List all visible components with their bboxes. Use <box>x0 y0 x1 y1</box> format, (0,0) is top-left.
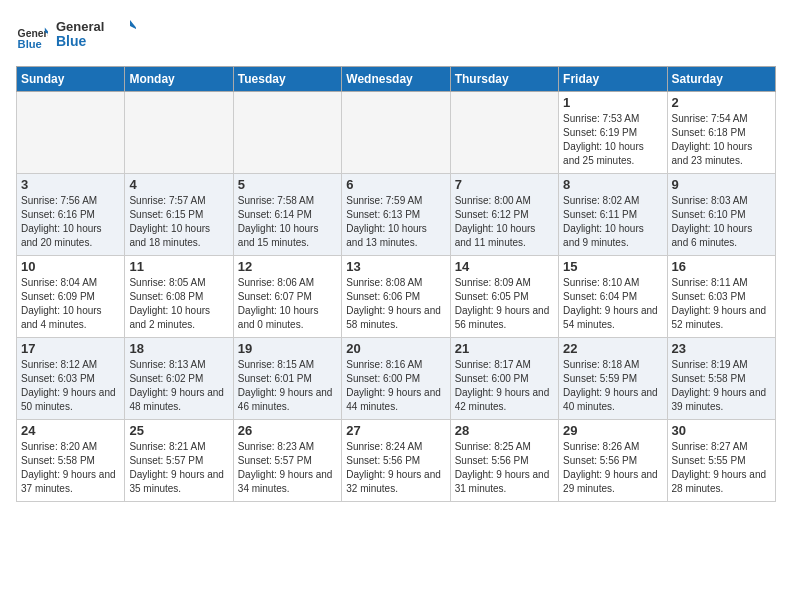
day-number: 4 <box>129 177 228 192</box>
calendar-day: 4Sunrise: 7:57 AM Sunset: 6:15 PM Daylig… <box>125 174 233 256</box>
day-number: 10 <box>21 259 120 274</box>
day-info: Sunrise: 8:27 AM Sunset: 5:55 PM Dayligh… <box>672 440 771 496</box>
svg-text:General: General <box>18 28 48 39</box>
day-number: 12 <box>238 259 337 274</box>
weekday-header-saturday: Saturday <box>667 67 775 92</box>
day-info: Sunrise: 7:57 AM Sunset: 6:15 PM Dayligh… <box>129 194 228 250</box>
svg-text:Blue: Blue <box>18 38 42 50</box>
day-number: 2 <box>672 95 771 110</box>
weekday-header-thursday: Thursday <box>450 67 558 92</box>
weekday-header-friday: Friday <box>559 67 667 92</box>
day-number: 16 <box>672 259 771 274</box>
day-info: Sunrise: 8:02 AM Sunset: 6:11 PM Dayligh… <box>563 194 662 250</box>
calendar-day: 13Sunrise: 8:08 AM Sunset: 6:06 PM Dayli… <box>342 256 450 338</box>
calendar-day: 20Sunrise: 8:16 AM Sunset: 6:00 PM Dayli… <box>342 338 450 420</box>
calendar-day: 3Sunrise: 7:56 AM Sunset: 6:16 PM Daylig… <box>17 174 125 256</box>
day-info: Sunrise: 8:21 AM Sunset: 5:57 PM Dayligh… <box>129 440 228 496</box>
day-number: 18 <box>129 341 228 356</box>
day-info: Sunrise: 8:00 AM Sunset: 6:12 PM Dayligh… <box>455 194 554 250</box>
day-info: Sunrise: 8:04 AM Sunset: 6:09 PM Dayligh… <box>21 276 120 332</box>
calendar-day: 28Sunrise: 8:25 AM Sunset: 5:56 PM Dayli… <box>450 420 558 502</box>
calendar-day: 5Sunrise: 7:58 AM Sunset: 6:14 PM Daylig… <box>233 174 341 256</box>
svg-text:Blue: Blue <box>56 33 87 49</box>
day-info: Sunrise: 7:56 AM Sunset: 6:16 PM Dayligh… <box>21 194 120 250</box>
logo: General Blue General Blue <box>16 16 136 58</box>
weekday-header-tuesday: Tuesday <box>233 67 341 92</box>
calendar-day: 19Sunrise: 8:15 AM Sunset: 6:01 PM Dayli… <box>233 338 341 420</box>
calendar-day: 24Sunrise: 8:20 AM Sunset: 5:58 PM Dayli… <box>17 420 125 502</box>
day-number: 30 <box>672 423 771 438</box>
day-info: Sunrise: 8:17 AM Sunset: 6:00 PM Dayligh… <box>455 358 554 414</box>
weekday-header-monday: Monday <box>125 67 233 92</box>
calendar-day: 14Sunrise: 8:09 AM Sunset: 6:05 PM Dayli… <box>450 256 558 338</box>
day-number: 14 <box>455 259 554 274</box>
day-info: Sunrise: 8:25 AM Sunset: 5:56 PM Dayligh… <box>455 440 554 496</box>
calendar-day <box>450 92 558 174</box>
calendar-day: 22Sunrise: 8:18 AM Sunset: 5:59 PM Dayli… <box>559 338 667 420</box>
svg-text:General: General <box>56 19 104 34</box>
calendar-day: 16Sunrise: 8:11 AM Sunset: 6:03 PM Dayli… <box>667 256 775 338</box>
day-number: 25 <box>129 423 228 438</box>
calendar-day: 25Sunrise: 8:21 AM Sunset: 5:57 PM Dayli… <box>125 420 233 502</box>
calendar-day: 21Sunrise: 8:17 AM Sunset: 6:00 PM Dayli… <box>450 338 558 420</box>
calendar-day: 1Sunrise: 7:53 AM Sunset: 6:19 PM Daylig… <box>559 92 667 174</box>
day-info: Sunrise: 8:24 AM Sunset: 5:56 PM Dayligh… <box>346 440 445 496</box>
day-number: 21 <box>455 341 554 356</box>
day-info: Sunrise: 7:58 AM Sunset: 6:14 PM Dayligh… <box>238 194 337 250</box>
calendar-day: 17Sunrise: 8:12 AM Sunset: 6:03 PM Dayli… <box>17 338 125 420</box>
day-info: Sunrise: 8:06 AM Sunset: 6:07 PM Dayligh… <box>238 276 337 332</box>
calendar-header-row: SundayMondayTuesdayWednesdayThursdayFrid… <box>17 67 776 92</box>
day-info: Sunrise: 8:15 AM Sunset: 6:01 PM Dayligh… <box>238 358 337 414</box>
calendar-day: 12Sunrise: 8:06 AM Sunset: 6:07 PM Dayli… <box>233 256 341 338</box>
calendar-week-3: 10Sunrise: 8:04 AM Sunset: 6:09 PM Dayli… <box>17 256 776 338</box>
page-header: General Blue General Blue <box>16 16 776 58</box>
day-info: Sunrise: 7:59 AM Sunset: 6:13 PM Dayligh… <box>346 194 445 250</box>
day-number: 17 <box>21 341 120 356</box>
day-info: Sunrise: 7:53 AM Sunset: 6:19 PM Dayligh… <box>563 112 662 168</box>
logo-svg: General Blue <box>56 16 136 54</box>
weekday-header-sunday: Sunday <box>17 67 125 92</box>
day-number: 6 <box>346 177 445 192</box>
day-number: 7 <box>455 177 554 192</box>
day-info: Sunrise: 8:12 AM Sunset: 6:03 PM Dayligh… <box>21 358 120 414</box>
svg-marker-5 <box>130 20 136 30</box>
day-number: 5 <box>238 177 337 192</box>
day-info: Sunrise: 8:26 AM Sunset: 5:56 PM Dayligh… <box>563 440 662 496</box>
calendar-day: 8Sunrise: 8:02 AM Sunset: 6:11 PM Daylig… <box>559 174 667 256</box>
calendar-day: 29Sunrise: 8:26 AM Sunset: 5:56 PM Dayli… <box>559 420 667 502</box>
day-number: 13 <box>346 259 445 274</box>
calendar-day: 10Sunrise: 8:04 AM Sunset: 6:09 PM Dayli… <box>17 256 125 338</box>
calendar-week-5: 24Sunrise: 8:20 AM Sunset: 5:58 PM Dayli… <box>17 420 776 502</box>
day-info: Sunrise: 8:13 AM Sunset: 6:02 PM Dayligh… <box>129 358 228 414</box>
calendar-day: 6Sunrise: 7:59 AM Sunset: 6:13 PM Daylig… <box>342 174 450 256</box>
day-info: Sunrise: 8:09 AM Sunset: 6:05 PM Dayligh… <box>455 276 554 332</box>
day-info: Sunrise: 8:19 AM Sunset: 5:58 PM Dayligh… <box>672 358 771 414</box>
day-number: 15 <box>563 259 662 274</box>
calendar-week-2: 3Sunrise: 7:56 AM Sunset: 6:16 PM Daylig… <box>17 174 776 256</box>
day-number: 19 <box>238 341 337 356</box>
calendar-day <box>342 92 450 174</box>
day-info: Sunrise: 8:20 AM Sunset: 5:58 PM Dayligh… <box>21 440 120 496</box>
day-info: Sunrise: 8:18 AM Sunset: 5:59 PM Dayligh… <box>563 358 662 414</box>
calendar-day: 9Sunrise: 8:03 AM Sunset: 6:10 PM Daylig… <box>667 174 775 256</box>
weekday-header-wednesday: Wednesday <box>342 67 450 92</box>
calendar-day: 15Sunrise: 8:10 AM Sunset: 6:04 PM Dayli… <box>559 256 667 338</box>
logo-icon: General Blue <box>16 21 48 53</box>
calendar-week-4: 17Sunrise: 8:12 AM Sunset: 6:03 PM Dayli… <box>17 338 776 420</box>
day-info: Sunrise: 8:16 AM Sunset: 6:00 PM Dayligh… <box>346 358 445 414</box>
calendar-day: 2Sunrise: 7:54 AM Sunset: 6:18 PM Daylig… <box>667 92 775 174</box>
day-info: Sunrise: 8:08 AM Sunset: 6:06 PM Dayligh… <box>346 276 445 332</box>
day-info: Sunrise: 8:03 AM Sunset: 6:10 PM Dayligh… <box>672 194 771 250</box>
calendar-week-1: 1Sunrise: 7:53 AM Sunset: 6:19 PM Daylig… <box>17 92 776 174</box>
day-info: Sunrise: 7:54 AM Sunset: 6:18 PM Dayligh… <box>672 112 771 168</box>
day-number: 26 <box>238 423 337 438</box>
calendar-day <box>17 92 125 174</box>
calendar-day: 26Sunrise: 8:23 AM Sunset: 5:57 PM Dayli… <box>233 420 341 502</box>
day-info: Sunrise: 8:05 AM Sunset: 6:08 PM Dayligh… <box>129 276 228 332</box>
day-number: 23 <box>672 341 771 356</box>
day-info: Sunrise: 8:11 AM Sunset: 6:03 PM Dayligh… <box>672 276 771 332</box>
calendar-day: 11Sunrise: 8:05 AM Sunset: 6:08 PM Dayli… <box>125 256 233 338</box>
day-number: 24 <box>21 423 120 438</box>
day-info: Sunrise: 8:23 AM Sunset: 5:57 PM Dayligh… <box>238 440 337 496</box>
day-number: 8 <box>563 177 662 192</box>
